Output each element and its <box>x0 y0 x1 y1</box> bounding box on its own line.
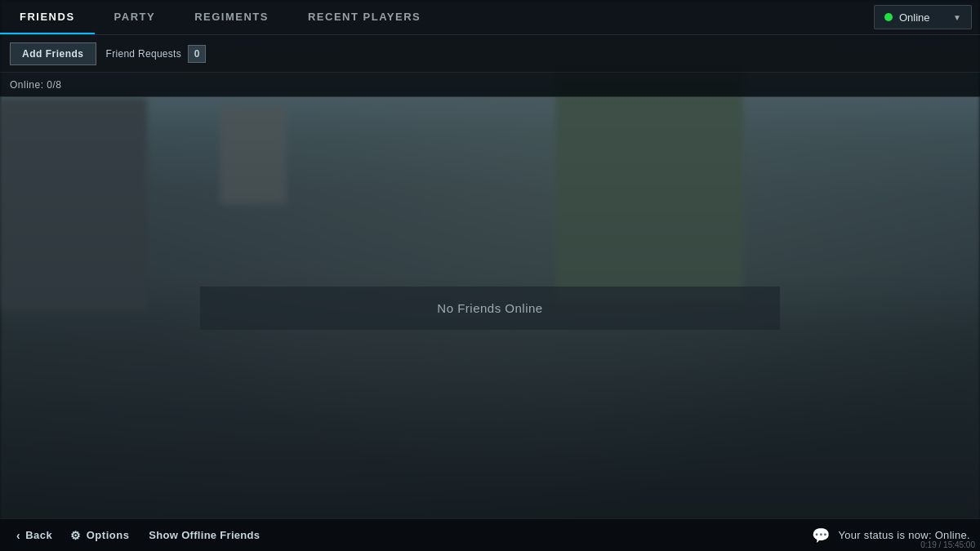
options-button[interactable]: ⚙ Options <box>62 526 137 545</box>
chat-icon: 💬 <box>812 527 830 544</box>
add-friends-button[interactable]: Add Friends <box>10 42 96 65</box>
tab-friends[interactable]: FRIENDS <box>0 0 95 34</box>
status-dropdown[interactable]: Online ▼ <box>874 5 972 29</box>
header-nav: FRIENDS PARTY REGIMENTS RECENT PLAYERS O… <box>0 0 980 35</box>
gear-icon: ⚙ <box>70 529 82 542</box>
main-content: No Friends Online <box>0 97 980 518</box>
timestamp: 0:19 / 15:45:00 <box>920 540 975 549</box>
tab-friends-label: FRIENDS <box>20 11 75 23</box>
footer-left: ‹ Back ⚙ Options Show Offline Friends <box>10 526 268 545</box>
status-online-dot <box>884 13 893 21</box>
footer: ‹ Back ⚙ Options Show Offline Friends 💬 … <box>0 518 980 551</box>
status-dropdown-label: Online <box>899 11 947 24</box>
toolbar: Add Friends Friend Requests 0 <box>0 35 980 73</box>
back-arrow-icon: ‹ <box>16 529 20 542</box>
show-offline-button[interactable]: Show Offline Friends <box>140 526 268 544</box>
online-status-bar: Online: 0/8 <box>0 73 980 97</box>
chevron-down-icon: ▼ <box>953 13 961 22</box>
back-button[interactable]: ‹ Back <box>10 526 59 545</box>
tab-recent-players-label: RECENT PLAYERS <box>308 11 421 23</box>
tab-regiments[interactable]: REGIMENTS <box>175 0 288 34</box>
tab-party-label: PARTY <box>114 11 156 23</box>
no-friends-text: No Friends Online <box>437 301 542 315</box>
no-friends-message: No Friends Online <box>200 287 780 330</box>
badge-count: 0 <box>194 48 200 60</box>
friend-requests-area: Friend Requests 0 <box>106 45 207 63</box>
friend-requests-label: Friend Requests <box>106 48 182 60</box>
friend-requests-badge: 0 <box>188 45 206 63</box>
tab-party[interactable]: PARTY <box>95 0 176 34</box>
status-message: Your status is now: Online. <box>838 529 970 541</box>
tab-recent-players[interactable]: RECENT PLAYERS <box>288 0 440 34</box>
add-friends-label: Add Friends <box>22 48 84 60</box>
nav-tabs: FRIENDS PARTY REGIMENTS RECENT PLAYERS <box>0 0 874 34</box>
show-offline-label: Show Offline Friends <box>149 529 260 541</box>
tab-regiments-label: REGIMENTS <box>194 11 269 23</box>
online-count: Online: 0/8 <box>10 79 62 91</box>
back-label: Back <box>25 529 52 541</box>
options-label: Options <box>87 529 130 541</box>
